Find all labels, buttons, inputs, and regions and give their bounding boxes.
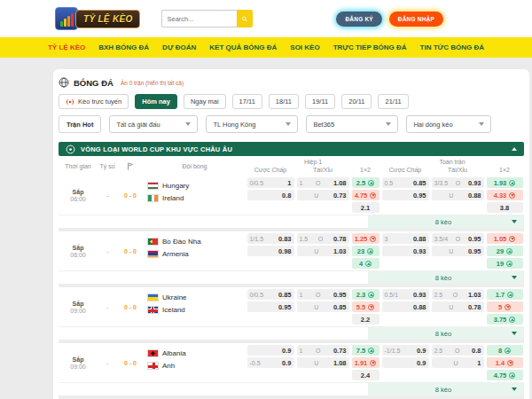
site-logo[interactable]: TỶ LỆ KÈO — [55, 7, 140, 30]
date-tab[interactable]: Ngày mai — [184, 94, 226, 109]
nav-item[interactable]: DỰ ĐOÁN — [162, 43, 196, 51]
odds-cell[interactable]: 1O1.08 — [297, 177, 349, 188]
odds-cell[interactable]: 8 — [487, 345, 523, 356]
odds-cell[interactable]: 23 — [352, 246, 379, 256]
odds-cell[interactable]: 2.5 — [352, 177, 379, 188]
filter-select[interactable]: Bet365 — [306, 115, 398, 133]
more-odds-button[interactable]: 8 kèo — [368, 327, 524, 340]
odds-cell[interactable]: 5 — [487, 301, 523, 312]
odds-cell[interactable]: U1 — [432, 357, 484, 368]
odds-cell[interactable]: 2.3 — [352, 289, 379, 300]
odds-cell[interactable]: 1.25 — [352, 233, 379, 244]
date-tab[interactable]: 20/11 — [341, 94, 372, 109]
nav-item[interactable]: KẾT QUẢ BÓNG ĐÁ — [209, 43, 277, 51]
date-tab[interactable]: Hôm nay — [135, 94, 177, 109]
odds-cell[interactable]: 1.5O0.78 — [297, 233, 349, 244]
flag-al-icon — [147, 349, 159, 357]
search-button[interactable] — [237, 10, 253, 27]
nav-item[interactable]: BXH BÓNG ĐÁ — [98, 43, 149, 51]
live-odds-tab[interactable]: Kèo trực tuyến — [59, 94, 129, 109]
odds-cell[interactable]: 1.4 — [487, 357, 523, 368]
register-button[interactable]: ĐĂNG KÝ — [336, 12, 381, 27]
filter-select[interactable]: Tất cả giải đấu — [109, 115, 198, 133]
odds-cell[interactable]: 0.93 — [382, 246, 429, 256]
date-tab[interactable]: 19/11 — [305, 94, 335, 109]
team-row[interactable]: Bồ Đào Nha — [144, 235, 246, 247]
filter-select-list: Tất cả giải đấuTL Hồng KôngBet365Hai dòn… — [109, 115, 491, 133]
odds-cell[interactable]: 4 — [352, 258, 379, 269]
odds-cell[interactable]: 0.95 — [247, 301, 294, 312]
team-row[interactable]: Ireland — [144, 192, 246, 204]
odds-cell[interactable]: 0/0.51 — [247, 177, 294, 188]
odds-cell[interactable]: 1.91 — [352, 357, 379, 368]
1x2-column: 81.44.75 — [485, 344, 524, 381]
odds-cell[interactable]: 0.88 — [382, 301, 429, 312]
team-row[interactable]: Anh — [144, 359, 246, 372]
odds-cell[interactable]: 0.9 — [382, 357, 429, 368]
odds-cell[interactable]: 29 — [487, 246, 523, 256]
login-button[interactable]: ĐĂNG NHẬP — [389, 12, 443, 27]
odds-cell[interactable]: 1/1.50.83 — [247, 233, 294, 244]
odds-cell[interactable]: 4.33 — [487, 190, 523, 200]
odds-cell[interactable]: U0.85 — [297, 301, 349, 312]
odds-slot: 30.88 — [380, 232, 430, 245]
odds-cell[interactable]: 2.5O0.8 — [432, 345, 484, 356]
odds-cell[interactable]: U1.03 — [297, 246, 349, 256]
odds-value: 7.5 — [356, 347, 365, 355]
odds-cell[interactable]: U0.95 — [432, 246, 484, 256]
odds-cell[interactable]: 2.4 — [352, 370, 379, 380]
odds-cell[interactable]: 1O0.95 — [297, 289, 349, 300]
odds-cell[interactable]: U1.08 — [297, 357, 349, 368]
odds-cell[interactable]: 19 — [487, 258, 523, 269]
odds-cell[interactable]: U0.78 — [432, 301, 484, 312]
teams-cell: HungaryIreland — [144, 176, 246, 214]
odds-cell[interactable]: U0.73 — [297, 190, 349, 200]
odds-cell[interactable]: -1/1.50.9 — [382, 345, 429, 356]
odds-cell[interactable]: 0.98 — [247, 246, 294, 256]
filter-select[interactable]: Hai dòng kèo — [406, 115, 491, 133]
odds-cell[interactable]: 0.8 — [247, 190, 294, 200]
odds-cell[interactable]: 2.1 — [352, 202, 379, 213]
odds-cell[interactable]: 3.75 — [487, 314, 523, 325]
odds-cell[interactable]: 0.50.85 — [382, 177, 429, 188]
odds-cell[interactable]: 1O0.73 — [297, 345, 349, 356]
odds-cell[interactable]: 0.9 — [247, 345, 294, 356]
nav-item[interactable]: SOI KÈO — [290, 43, 319, 51]
odds-cell[interactable]: -0.50.9 — [247, 357, 294, 368]
odds-cell[interactable]: 0/0.50.85 — [247, 289, 294, 300]
team-row[interactable]: Ukraine — [144, 291, 246, 303]
odds-cell[interactable]: 0.95 — [382, 190, 429, 200]
date-tab[interactable]: 21/11 — [378, 94, 408, 109]
team-row[interactable]: Albania — [144, 347, 246, 359]
more-odds-button[interactable]: 8 kèo — [368, 271, 524, 284]
team-row[interactable]: Armenia — [144, 247, 246, 260]
odds-cell[interactable]: 1.7 — [487, 289, 523, 300]
odds-cell[interactable]: 1.93 — [487, 177, 523, 188]
odds-cell[interactable]: 3/3.5O0.93 — [432, 177, 484, 188]
date-tab[interactable]: 17/11 — [232, 94, 262, 109]
team-row[interactable]: Hungary — [144, 179, 246, 192]
odds-cell[interactable]: 2.5O1.03 — [432, 289, 484, 300]
nav-item[interactable]: TỶ LỆ KÈO — [48, 43, 85, 51]
odds-cell[interactable]: 4.75 — [487, 370, 523, 380]
odds-cell[interactable]: 0.5/10.93 — [382, 289, 429, 300]
nav-item[interactable]: TRỰC TIẾP BÓNG ĐÁ — [333, 43, 407, 51]
odds-cell[interactable]: 30.88 — [382, 233, 429, 244]
odds-cell[interactable]: 5.5 — [352, 301, 379, 312]
odds-cell[interactable]: 2.2 — [352, 314, 379, 325]
search-input[interactable] — [161, 10, 237, 27]
odds-cell[interactable]: 4.75 — [352, 190, 379, 200]
odds-cell[interactable]: 3.8 — [487, 202, 523, 213]
date-tab[interactable]: 18/11 — [269, 94, 299, 109]
nav-item[interactable]: TIN TỨC BÓNG ĐÁ — [420, 43, 484, 51]
team-row[interactable]: Iceland — [144, 303, 246, 316]
odds-cell[interactable]: U0.88 — [432, 190, 484, 200]
league-header[interactable]: VÒNG LOẠI WORLD CUP KHU VỰC CHÂU ÂU — [59, 142, 524, 156]
odds-cell[interactable]: 1.05 — [487, 233, 523, 244]
more-odds-button[interactable]: 8 kèo — [368, 383, 524, 395]
odds-cell[interactable]: 7.5 — [352, 345, 379, 356]
more-odds-button[interactable]: 8 kèo — [368, 215, 524, 228]
filter-select[interactable]: TL Hồng Kông — [206, 115, 298, 133]
odds-cell[interactable]: 3.5/4O0.95 — [432, 233, 484, 244]
hot-matches-button[interactable]: Trận Hot — [59, 115, 101, 133]
